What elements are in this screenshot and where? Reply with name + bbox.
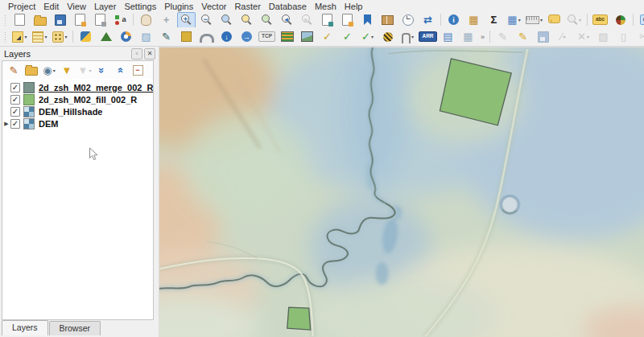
layer-visibility-checkbox[interactable]: ✓	[10, 83, 20, 92]
digitizing-tools[interactable]: ✎	[157, 29, 175, 45]
save-layer-edits[interactable]	[534, 29, 552, 45]
temporal-controller[interactable]	[398, 12, 417, 27]
dropdown-arrow-icon[interactable]: ▾	[53, 68, 56, 73]
zoom-last[interactable]: ◂	[278, 12, 296, 27]
import-data[interactable]: ↓	[217, 29, 236, 45]
cube-plugin[interactable]	[177, 29, 196, 45]
pan-to-selection[interactable]: +	[157, 12, 175, 27]
toolbar-handle[interactable]	[4, 31, 7, 43]
delete-selected[interactable]: ▯	[614, 29, 633, 45]
dropdown-arrow-icon[interactable]: ▾	[371, 34, 374, 39]
dropdown-arrow-icon[interactable]: ▾	[518, 17, 521, 23]
open-attribute-table[interactable]: ▦▾	[505, 12, 523, 27]
open-project[interactable]	[31, 12, 49, 27]
layer-item[interactable]: ✓DEM_Hillshade	[2, 105, 153, 117]
dropdown-arrow-icon[interactable]: ▾	[44, 34, 47, 39]
pan-map[interactable]	[137, 12, 155, 27]
menu-edit[interactable]: Edit	[39, 2, 63, 11]
filter-legend[interactable]: ▼	[59, 63, 75, 77]
save-project[interactable]	[51, 12, 69, 27]
menu-database[interactable]: Database	[265, 2, 311, 11]
new-3d-map-view[interactable]	[338, 12, 357, 27]
float-panel-button[interactable]: ▫	[131, 48, 142, 60]
zoom-next[interactable]: ▸	[298, 12, 316, 27]
tcp-plugin[interactable]: TCP	[258, 29, 276, 45]
metasearch[interactable]: ▨	[137, 29, 155, 45]
layer-visibility-checkbox[interactable]: ✓	[10, 95, 20, 105]
menu-layer[interactable]: Layer	[90, 2, 121, 11]
refresh-map[interactable]: ⇄	[419, 12, 437, 27]
dropdown-arrow-icon[interactable]: ▾	[24, 34, 27, 39]
new-print-layout[interactable]	[71, 12, 89, 27]
tab-layers[interactable]: Layers	[2, 320, 48, 335]
map-tips[interactable]	[545, 12, 564, 27]
zoom-out[interactable]: −	[197, 12, 216, 27]
new-map-view[interactable]	[318, 12, 336, 27]
open-layer-styling[interactable]: ✎	[6, 63, 22, 77]
attachments-plugin[interactable]: ▾	[398, 29, 417, 45]
check-plugin-yellow[interactable]: ✓	[318, 29, 336, 45]
remove-layer[interactable]: −	[130, 63, 146, 77]
cut-features[interactable]: ✂	[634, 29, 644, 45]
dropdown-arrow-icon[interactable]: ▾	[540, 17, 543, 23]
arch-plugin[interactable]	[197, 29, 216, 45]
statistical-summary[interactable]: ▦	[464, 12, 483, 27]
layer-visibility-checkbox[interactable]: ✓	[10, 119, 20, 129]
layer-item[interactable]: ▶✓DEM	[2, 117, 153, 129]
add-feature[interactable]: ∕▾	[554, 29, 572, 45]
menu-raster[interactable]: Raster	[230, 2, 264, 11]
menu-project[interactable]: Project	[4, 2, 39, 11]
report-plugin[interactable]: ▤	[439, 29, 457, 45]
zoom-to-layer[interactable]	[258, 12, 276, 27]
menu-settings[interactable]: Settings	[120, 2, 160, 11]
show-spatial-bookmarks[interactable]	[378, 12, 397, 27]
modify-attributes[interactable]: ▨	[594, 29, 613, 45]
tab-browser[interactable]: Browser	[49, 321, 101, 335]
dropdown-arrow-icon[interactable]: ▾	[587, 34, 589, 39]
toolbar-handle[interactable]	[4, 14, 7, 26]
layer-visibility-checkbox[interactable]: ✓	[10, 107, 20, 117]
select-by-form[interactable]: ▾	[31, 29, 49, 45]
arr-plugin[interactable]: ARR	[419, 29, 437, 45]
add-group[interactable]	[23, 63, 39, 77]
export-data[interactable]: →	[237, 29, 256, 45]
measure-line[interactable]: ▾	[525, 12, 543, 27]
new-project[interactable]	[10, 12, 29, 27]
dropdown-arrow-icon[interactable]: ▾	[411, 34, 414, 39]
style-manager[interactable]: a	[111, 12, 130, 27]
vertex-tool[interactable]: ✕▾	[574, 29, 592, 45]
layer-item[interactable]: ✓2d_zsh_M02_merge_002_R	[2, 81, 153, 93]
select-by-value[interactable]: ▾	[51, 29, 69, 45]
layer-item[interactable]: ✓2d_zsh_M02_fill_002_R	[2, 93, 153, 105]
new-spatial-bookmark[interactable]	[358, 12, 377, 27]
layer-labeling[interactable]: abc	[591, 12, 609, 27]
filter-by-expression[interactable]: ▼▾	[76, 63, 93, 77]
capture-image[interactable]	[298, 29, 316, 45]
pinned-labels[interactable]	[611, 12, 630, 27]
menu-mesh[interactable]: Mesh	[311, 2, 341, 11]
current-edits[interactable]: ✎	[493, 29, 512, 45]
show-layout-manager[interactable]	[91, 12, 109, 27]
show-statistics[interactable]: Σ	[485, 12, 503, 27]
manage-map-themes[interactable]: ◉▾	[41, 63, 57, 77]
dropdown-arrow-icon[interactable]: ▾	[564, 34, 566, 39]
processing-toolbox[interactable]	[117, 29, 135, 45]
dropdown-arrow-icon[interactable]: ▾	[64, 34, 67, 39]
grid-plugin[interactable]: ▦	[459, 29, 477, 45]
menu-view[interactable]: View	[63, 2, 90, 11]
bee-plugin[interactable]	[378, 29, 397, 45]
expand-arrow-icon[interactable]: ▶	[2, 121, 10, 127]
toggle-editing[interactable]: ✎	[514, 29, 532, 45]
identify-features[interactable]: i	[444, 12, 463, 27]
toolbar-overflow-3[interactable]: »	[478, 33, 487, 41]
zoom-to-selection[interactable]	[237, 12, 256, 27]
grass-tools[interactable]	[97, 29, 115, 45]
menu-plugins[interactable]: Plugins	[160, 2, 197, 11]
menu-help[interactable]: Help	[341, 2, 367, 11]
profile-tool[interactable]	[278, 29, 296, 45]
select-features[interactable]: ▾	[10, 29, 29, 45]
zoom-in[interactable]: +	[177, 12, 196, 27]
collapse-all[interactable]: »	[112, 63, 128, 77]
zoom-full-extent[interactable]	[217, 12, 236, 27]
check-plugin-green[interactable]: ✓	[338, 29, 357, 45]
